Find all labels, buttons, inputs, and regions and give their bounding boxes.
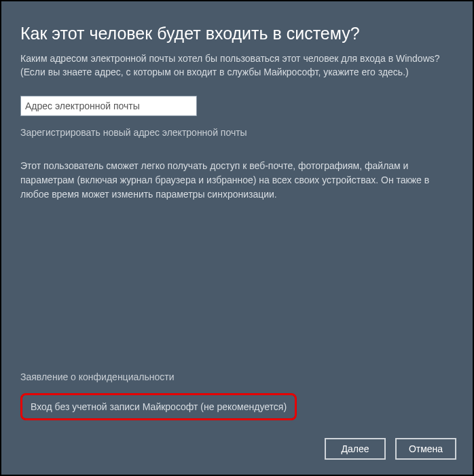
account-signin-dialog: Как этот человек будет входить в систему… — [0, 0, 474, 476]
sync-description: Этот пользователь сможет легко получать … — [20, 159, 454, 202]
no-microsoft-account-label: Вход без учетной записи Майкрософт (не р… — [31, 401, 287, 412]
no-microsoft-account-link[interactable]: Вход без учетной записи Майкрософт (не р… — [20, 393, 297, 420]
dialog-subtitle: Каким адресом электронной почты хотел бы… — [20, 52, 454, 79]
privacy-link[interactable]: Заявление о конфиденциальности — [20, 371, 454, 382]
email-input[interactable] — [20, 96, 197, 116]
button-bar: Далее Отмена — [325, 438, 456, 460]
next-button[interactable]: Далее — [325, 438, 386, 460]
dialog-content: Как этот человек будет входить в систему… — [1, 1, 473, 202]
dialog-title: Как этот человек будет входить в систему… — [20, 23, 454, 43]
register-email-link[interactable]: Зарегистрировать новый адрес электронной… — [20, 127, 247, 138]
bottom-links: Заявление о конфиденциальности Вход без … — [20, 371, 454, 420]
cancel-button[interactable]: Отмена — [395, 438, 456, 460]
